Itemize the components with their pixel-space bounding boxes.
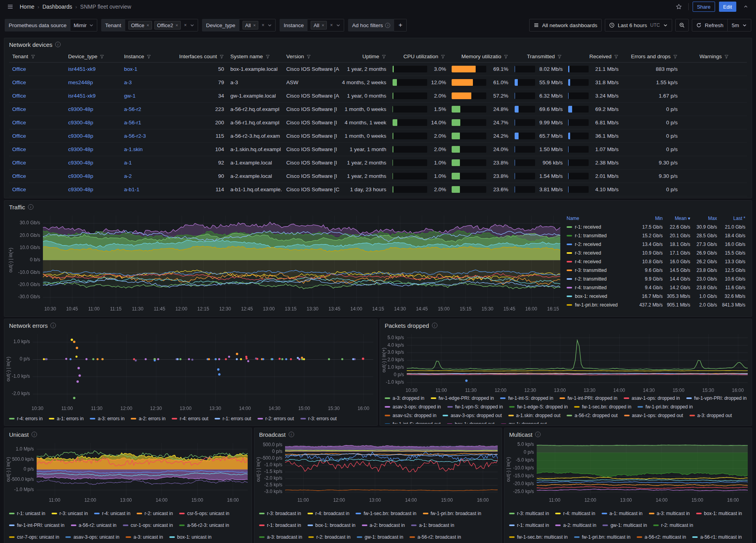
- legend-item[interactable]: asav-1-ops: dropped out: [624, 411, 683, 420]
- legend-item[interactable]: fw-1-int-PRI: dropped in: [560, 394, 617, 403]
- legend-item[interactable]: fw-1-sec.bn: multicast in: [509, 531, 568, 543]
- filter-icon[interactable]: [382, 54, 386, 59]
- network-errors-chart[interactable]: [4, 332, 377, 412]
- filter-icon[interactable]: [265, 54, 270, 59]
- remove-icon[interactable]: ×: [176, 23, 178, 28]
- column-header-label[interactable]: Warnings: [699, 54, 722, 59]
- legend-item[interactable]: csr-1-ops: unicast in: [123, 519, 173, 531]
- breadcrumb-dashboards[interactable]: Dashboards: [43, 4, 72, 10]
- legend-series[interactable]: r-3: transmitted: [567, 268, 634, 273]
- column-header-label[interactable]: Errors and drops: [631, 54, 671, 59]
- breadcrumb-home[interactable]: Home: [20, 4, 34, 10]
- legend-column-header[interactable]: Min: [634, 216, 663, 221]
- legend-item[interactable]: fw-1-sec.bn: broadcast in: [356, 508, 416, 519]
- device-type-link[interactable]: c9300-48p: [68, 106, 93, 112]
- legend-series[interactable]: fw-1-pri.bn: received: [567, 302, 634, 308]
- legend-series[interactable]: r-4: transmitted: [567, 285, 634, 290]
- zoom-out-button[interactable]: [675, 19, 689, 31]
- legend-series[interactable]: r-1: received: [567, 224, 634, 230]
- device-type-link[interactable]: isr4451-xk9: [68, 66, 96, 72]
- instance-link[interactable]: a-1.skin: [124, 146, 143, 152]
- legend-item[interactable]: a-1.skin: dropped out: [508, 411, 561, 420]
- traffic-chart[interactable]: [7, 213, 564, 312]
- unicast-chart[interactable]: [4, 441, 252, 504]
- var-instance-picker[interactable]: All× ×: [308, 19, 344, 31]
- filter-value-chip[interactable]: Office×: [128, 21, 152, 30]
- instance-link[interactable]: a-56-r1: [124, 120, 141, 126]
- device-type-link[interactable]: c9300-48p: [68, 133, 93, 139]
- info-icon[interactable]: i: [385, 23, 390, 28]
- device-type-link[interactable]: c9300-48p: [68, 120, 93, 126]
- legend-item[interactable]: box-1: broadcast in: [308, 519, 356, 531]
- legend-item[interactable]: r-1: unicast in: [9, 508, 45, 519]
- tenant-link[interactable]: Office: [12, 79, 26, 85]
- info-icon[interactable]: i: [28, 204, 33, 210]
- tenant-link[interactable]: Office: [12, 133, 26, 139]
- var-tenant-picker[interactable]: Office×Office2× ×: [125, 19, 198, 31]
- legend-item[interactable]: csr-7-ops: unicast in: [9, 531, 59, 543]
- legend-item[interactable]: fw-1-pri.bn: multicast in: [574, 531, 630, 543]
- legend-item[interactable]: a-3: broadcast in: [259, 531, 302, 543]
- remove-icon[interactable]: ×: [146, 23, 149, 28]
- legend-item[interactable]: r-2: unicast in: [137, 508, 173, 519]
- multicast-chart[interactable]: [504, 441, 752, 504]
- column-header-label[interactable]: Transmitted: [527, 54, 555, 59]
- legend-item[interactable]: a-2: multicast in: [555, 519, 596, 531]
- legend-item[interactable]: gw-1: broadcast in: [357, 531, 403, 543]
- menu-toggle-button[interactable]: [5, 1, 16, 12]
- filter-icon[interactable]: [673, 54, 678, 59]
- column-header-label[interactable]: Tenant: [12, 54, 28, 59]
- device-type-link[interactable]: c9300-48p: [68, 146, 93, 152]
- info-icon[interactable]: i: [50, 323, 56, 328]
- legend-item[interactable]: asav-1-ops: dropped in: [624, 394, 680, 403]
- legend-series[interactable]: r-2: received: [567, 242, 634, 247]
- remove-icon[interactable]: ×: [253, 23, 256, 28]
- legend-item[interactable]: r-4: broadcast in: [308, 508, 350, 519]
- legend-column-header[interactable]: Max: [690, 216, 717, 221]
- legend-item[interactable]: a-56-r2: unicast in: [71, 519, 117, 531]
- collapse-nav-button[interactable]: [740, 1, 751, 12]
- legend-item[interactable]: a-56-r2: broadcast in: [410, 531, 461, 543]
- legend-item[interactable]: fw-1-int-S: dropped out: [385, 420, 441, 424]
- legend-item[interactable]: csr-5-ops: unicast in: [179, 508, 229, 519]
- legend-item[interactable]: asav-3-ops: dropped in: [385, 403, 441, 411]
- clear-icon[interactable]: ×: [330, 22, 333, 28]
- instance-link[interactable]: a-2: [124, 173, 132, 179]
- column-header-label[interactable]: System name: [230, 54, 263, 59]
- legend-item[interactable]: r-3: unicast in: [52, 508, 88, 519]
- instance-link[interactable]: a-b1-1: [124, 187, 139, 192]
- instance-link[interactable]: gw-1: [124, 93, 135, 99]
- legend-item[interactable]: r-4: errors in: [9, 414, 43, 424]
- legend-item[interactable]: fw-1-int-S: dropped in: [500, 394, 553, 403]
- legend-item[interactable]: fw-1-sec.bn: dropped in: [574, 403, 631, 411]
- legend-item[interactable]: a-3: multicast in: [649, 508, 690, 519]
- legend-item[interactable]: r-3: errors out: [300, 414, 337, 424]
- filter-icon[interactable]: [557, 54, 562, 59]
- legend-item[interactable]: r-1: errors out: [215, 414, 251, 424]
- legend-item[interactable]: r-2: errors out: [258, 414, 294, 424]
- column-header-label[interactable]: Received: [589, 54, 611, 59]
- tenant-link[interactable]: Office: [12, 66, 26, 72]
- filter-icon[interactable]: [614, 54, 619, 59]
- legend-column-header[interactable]: Last *: [717, 216, 745, 221]
- filter-icon[interactable]: [724, 54, 729, 59]
- instance-link[interactable]: box-1: [124, 66, 137, 72]
- remove-icon[interactable]: ×: [322, 23, 324, 28]
- tenant-link[interactable]: Office: [12, 120, 26, 126]
- legend-item[interactable]: fw-1-edge-S: dropped in: [509, 403, 568, 411]
- legend-item[interactable]: a-3: errors in: [90, 414, 124, 424]
- filter-value-chip[interactable]: All×: [243, 21, 259, 30]
- edit-button[interactable]: Edit: [719, 2, 736, 12]
- var-device-type-picker[interactable]: All× ×: [239, 19, 276, 31]
- legend-item[interactable]: a-56-r2: multicast in: [637, 531, 686, 543]
- column-header-label[interactable]: Uptime: [362, 54, 379, 59]
- legend-item[interactable]: r-1: multicast in: [509, 519, 549, 531]
- legend-item[interactable]: a-1: errors in: [49, 414, 83, 424]
- legend-item[interactable]: fw-1-pri.bn: broadcast in: [423, 508, 482, 519]
- instance-link[interactable]: a-56-r2-3: [124, 133, 146, 139]
- refresh-button[interactable]: Refresh: [692, 19, 727, 31]
- device-type-link[interactable]: c9300-48p: [68, 187, 93, 192]
- legend-item[interactable]: box-1: dropped out: [447, 420, 495, 424]
- column-header-label[interactable]: Interfaces count: [179, 54, 217, 59]
- legend-item[interactable]: r-4: multicast in: [555, 508, 595, 519]
